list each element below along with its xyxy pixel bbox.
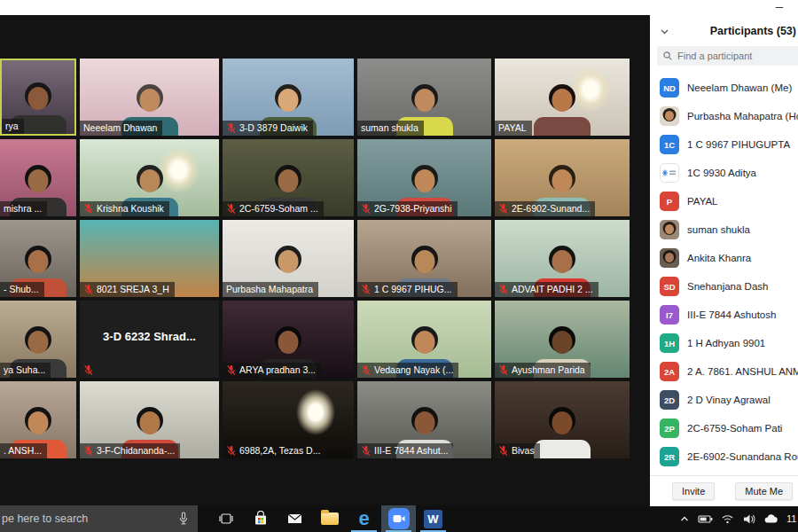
participants-panel-title: Participants (53): [710, 25, 796, 37]
participant-search-input[interactable]: [677, 51, 784, 61]
video-tile[interactable]: Vedaang Nayak (...: [357, 301, 491, 378]
participant-name: 2 A. 7861. ANSHUL ANMO: [687, 366, 798, 377]
participant-list-item[interactable]: SDSnehanjana Dash: [650, 272, 798, 301]
participant-initials-avatar: SD: [660, 277, 679, 296]
tile-name: 2G-7938-Priyanshi: [374, 203, 452, 215]
tile-label: III-E 7844 Ashut...: [357, 443, 453, 458]
tile-name: Vedaang Nayak (...: [374, 364, 453, 376]
file-explorer-button[interactable]: [312, 505, 347, 532]
video-tile[interactable]: 6988,2A, Tezas D...: [223, 381, 354, 458]
task-view-button[interactable]: [208, 505, 243, 532]
onedrive-cloud-icon[interactable]: [763, 513, 778, 524]
participant-initials-avatar: 1C: [660, 135, 679, 154]
video-tile[interactable]: - Shub...: [0, 220, 76, 297]
system-tray: 11: [679, 505, 798, 532]
mute-me-button[interactable]: Mute Me: [735, 482, 793, 500]
tile-name: ARYA pradhan 3...: [239, 364, 316, 376]
tile-name: Purbasha Mahapatra: [226, 284, 313, 295]
chevron-down-icon[interactable]: [660, 27, 669, 35]
video-tile[interactable]: 3-D 6232 Shrad...: [80, 301, 219, 378]
tile-name-centered: 3-D 6232 Shrad...: [103, 330, 196, 343]
participants-list: NDNeeelam Dhawan (Me)Purbasha Mahapatra …: [650, 67, 798, 475]
wifi-icon[interactable]: [721, 513, 734, 524]
participant-list-item[interactable]: suman shukla: [650, 215, 798, 244]
video-tile[interactable]: Purbasha Mahapatra: [223, 220, 354, 297]
tile-label: 3-D 3879 Daiwik: [223, 121, 313, 136]
video-tile[interactable]: rya: [0, 59, 76, 136]
edge-button[interactable]: e: [347, 505, 381, 532]
participant-initials-avatar: 2D: [660, 390, 679, 410]
video-tile[interactable]: 1 C 9967 PIHUG...: [357, 220, 491, 297]
participant-initials-avatar: 1H: [660, 333, 679, 353]
participant-list-item[interactable]: 2R2E-6902-Sunandana Routra: [650, 442, 798, 471]
mic-off-icon: [361, 203, 371, 215]
video-tile[interactable]: ARYA pradhan 3...: [223, 301, 354, 378]
video-tile[interactable]: 2E-6902-Sunand...: [495, 139, 630, 216]
video-tile[interactable]: III-E 7844 Ashut...: [357, 381, 491, 458]
participant-list-item[interactable]: 2D2 D Vinay Agrawal: [650, 386, 798, 414]
video-tile[interactable]: PAYAL: [495, 59, 630, 136]
participant-list-item[interactable]: NDNeeelam Dhawan (Me): [650, 74, 798, 102]
video-tile[interactable]: 8021 SREJA 3_H: [80, 220, 219, 297]
tile-label: ARYA pradhan 3...: [223, 363, 321, 378]
mail-button[interactable]: [278, 505, 312, 532]
tile-name: 2E-6902-Sunand...: [512, 203, 590, 215]
tile-label: 2C-6759-Soham ...: [223, 201, 324, 216]
participant-list-item[interactable]: Purbasha Mahapatra (Host: [650, 102, 798, 130]
video-tile[interactable]: 3-D 3879 Daiwik: [223, 59, 354, 136]
mic-off-icon: [226, 364, 236, 376]
video-tile[interactable]: ADVAIT PADHI 2 ...: [495, 220, 630, 297]
participant-list-item[interactable]: I7III-E 7844 Ashutosh: [650, 301, 798, 329]
mic-off-icon: [498, 364, 508, 376]
video-tile[interactable]: 2C-6759-Soham ...: [223, 139, 354, 216]
minimize-button[interactable]: –: [770, 0, 789, 14]
volume-icon[interactable]: [742, 513, 755, 525]
video-tile[interactable]: Bivas: [495, 381, 630, 458]
participant-search-box[interactable]: [657, 46, 798, 66]
invite-button[interactable]: Invite: [672, 482, 715, 500]
video-tile[interactable]: suman shukla: [357, 59, 491, 136]
taskbar-search-box[interactable]: pe here to search: [0, 505, 198, 532]
video-tile[interactable]: Krishna Koushik: [80, 139, 219, 216]
tile-name: PAYAL: [498, 122, 527, 134]
tile-name: Neeelam Dhawan: [83, 122, 157, 134]
microsoft-store-button[interactable]: [243, 505, 278, 532]
participant-list-item[interactable]: PPAYAL: [650, 187, 798, 215]
word-button[interactable]: W: [416, 505, 450, 532]
participant-initials-avatar: ND: [660, 78, 679, 98]
participant-photo-avatar: [660, 220, 679, 239]
participant-list-item[interactable]: Ankita Khanra: [650, 244, 798, 272]
video-tile[interactable]: 2G-7938-Priyanshi: [357, 139, 491, 216]
participant-name: Snehanjana Dash: [687, 281, 768, 292]
tile-name: 2C-6759-Soham ...: [239, 203, 318, 215]
tray-clock[interactable]: 11: [786, 513, 798, 524]
participant-list-item[interactable]: 1C 9930 Aditya: [650, 159, 798, 187]
mic-off-icon: [83, 364, 93, 376]
tile-label: 1 C 9967 PIHUG...: [357, 282, 458, 297]
mic-off-icon: [361, 284, 371, 295]
participant-photo-avatar: [660, 106, 679, 126]
mic-off-icon: [498, 203, 508, 215]
brand-logo-avatar: [660, 163, 679, 183]
video-tile[interactable]: 3-F-Chidananda-...: [80, 381, 219, 458]
video-tile[interactable]: . ANSH...: [0, 381, 76, 458]
video-tile[interactable]: Neeelam Dhawan: [80, 59, 219, 136]
tray-chevron-up-icon[interactable]: [679, 514, 690, 523]
participant-list-item[interactable]: 1C1 C 9967 PIHUGUPTA: [650, 130, 798, 159]
meeting-gallery-area: ryaNeeelam Dhawan3-D 3879 Daiwiksuman sh…: [0, 15, 650, 505]
tile-label: mishra ...: [0, 201, 47, 216]
taskbar-search-text: pe here to search: [2, 512, 88, 525]
battery-icon[interactable]: [698, 514, 713, 524]
participant-list-item[interactable]: 2P2C-6759-Soham Pati: [650, 414, 798, 442]
video-tile[interactable]: ya Suha...: [0, 301, 76, 378]
participant-list-item[interactable]: 1H1 H Adhyan 9901: [650, 329, 798, 357]
participant-name: PAYAL: [687, 196, 718, 207]
zoom-app-button[interactable]: [381, 505, 416, 532]
microphone-icon[interactable]: [177, 512, 190, 528]
video-tile[interactable]: Ayushman Parida: [495, 301, 630, 378]
participant-list-item[interactable]: 2A2 A. 7861. ANSHUL ANMO: [650, 357, 798, 386]
video-tile[interactable]: mishra ...: [0, 139, 76, 216]
tile-name: . ANSH...: [4, 445, 42, 457]
tile-label: Purbasha Mahapatra: [223, 282, 318, 297]
search-icon: [662, 51, 673, 61]
